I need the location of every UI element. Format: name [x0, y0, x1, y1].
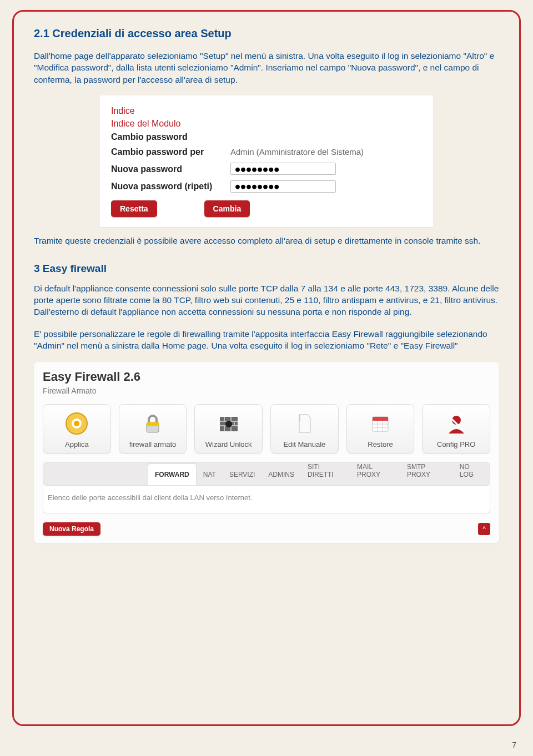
tab-admins[interactable]: ADMINS — [262, 464, 301, 485]
user-pro-icon — [425, 410, 487, 437]
toolbar-label: Applica — [46, 440, 108, 448]
tab-description: Elenco delle porte accessibili dai clien… — [43, 486, 490, 513]
toolbar-label: firewall armato — [122, 440, 184, 448]
page-icon — [273, 410, 336, 437]
label-nuova-password-ripeti: Nuova password (ripeti) — [111, 180, 225, 193]
tab-mail-proxy[interactable]: MAIL PROXY — [350, 462, 400, 485]
value-user: Admin (Amministratore del Sistema) — [230, 147, 364, 157]
label-cambio-password-per: Cambio password per — [111, 145, 225, 158]
toolbar-btn-restore[interactable]: Restore — [346, 404, 415, 453]
toolbar-btn-wizard[interactable]: Wizard Unlock — [194, 404, 263, 453]
tab-servizi[interactable]: SERVIZI — [223, 464, 262, 485]
toolbar-btn-applica[interactable]: Applica — [43, 404, 111, 453]
svg-point-14 — [225, 421, 232, 427]
link-indice-modulo[interactable]: Indice del Modulo — [111, 117, 422, 130]
new-rule-button[interactable]: Nuova Regola — [43, 522, 100, 536]
link-indice[interactable]: Indice — [111, 104, 422, 117]
change-button[interactable]: Cambia — [204, 200, 250, 217]
firewall-subtitle: Firewall Armato — [43, 386, 490, 395]
svg-rect-16 — [373, 417, 388, 421]
toolbar-label: Config PRO — [425, 440, 487, 448]
toolbar-label: Edit Manuale — [273, 440, 336, 448]
firewall-tabs: FORWARD NAT SERVIZI ADMINS SITI DIRETTI … — [43, 462, 490, 486]
calendar-icon — [349, 410, 412, 437]
toolbar-btn-config[interactable]: Config PRO — [422, 404, 490, 453]
tab-siti-diretti[interactable]: SITI DIRETTI — [301, 462, 350, 485]
firewall-title: Easy Firewall 2.6 — [43, 370, 490, 384]
apply-icon — [46, 410, 108, 437]
paragraph-credenziali: Tramite queste credenziali è possibile a… — [34, 235, 499, 246]
toolbar-btn-edit[interactable]: Edit Manuale — [270, 404, 339, 453]
intro-paragraph-1: Dall'home page dell'apparato selezioniam… — [34, 50, 499, 85]
svg-rect-4 — [147, 422, 159, 426]
label-cambio-password: Cambio password — [111, 130, 422, 143]
tab-forward[interactable]: FORWARD — [148, 463, 197, 485]
reset-button[interactable]: Resetta — [111, 200, 157, 217]
screenshot-password-change: Indice Indice del Modulo Cambio password… — [100, 95, 433, 227]
input-nuova-password[interactable] — [230, 163, 336, 175]
paragraph-firewall-1: Di default l'appliance consente connessi… — [34, 283, 499, 318]
section-heading-2-1: 2.1 Credenziali di accesso area Setup — [34, 27, 499, 40]
tab-no-log[interactable]: NO LOG — [453, 462, 490, 485]
toolbar-btn-armato[interactable]: firewall armato — [119, 404, 187, 453]
tab-nat[interactable]: NAT — [197, 464, 223, 485]
label-nuova-password: Nuova password — [111, 163, 225, 175]
input-nuova-password-ripeti[interactable] — [230, 180, 336, 193]
screenshot-easy-firewall: Easy Firewall 2.6 Firewall Armato Applic… — [34, 362, 499, 543]
svg-point-2 — [74, 421, 79, 426]
firewall-toolbar: Applica firewall armato Wizard Unlock — [43, 404, 490, 453]
toolbar-label: Wizard Unlock — [197, 440, 260, 448]
collapse-button[interactable]: ^ — [478, 523, 490, 535]
chevron-up-icon: ^ — [482, 525, 486, 533]
lock-icon — [122, 410, 184, 437]
section-heading-3: 3 Easy firewall — [34, 263, 499, 275]
tab-smtp-proxy[interactable]: SMTP PROXY — [400, 462, 453, 485]
brickwall-icon — [197, 410, 260, 437]
page-number: 7 — [512, 740, 516, 749]
paragraph-firewall-2: E' possibile personalizzare le regole di… — [34, 328, 499, 352]
toolbar-label: Restore — [349, 440, 412, 448]
